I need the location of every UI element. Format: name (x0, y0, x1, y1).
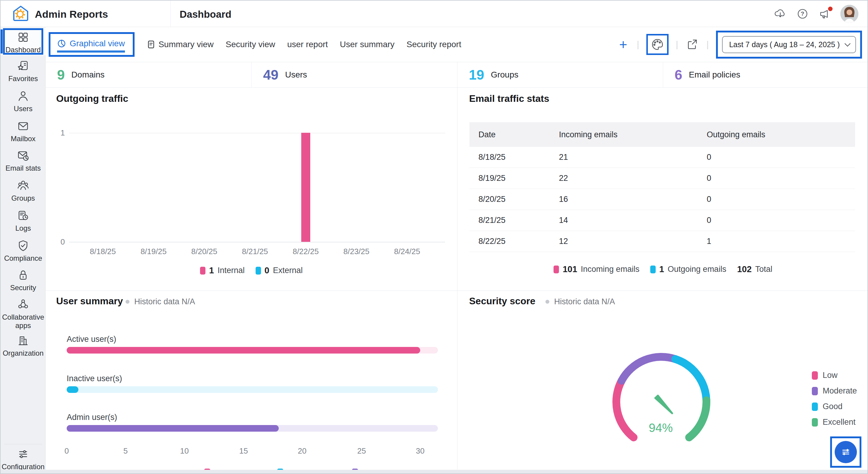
organization-icon (17, 334, 30, 347)
window-bottom-edge (1, 470, 868, 473)
report-tabbar: Graphical view Summary view Security vie… (45, 27, 868, 62)
sidebar-item-label: Dashboard (5, 46, 40, 54)
tab-security-view[interactable]: Security view (225, 40, 275, 49)
date-range-selector[interactable]: Last 7 days ( Aug 18 – 24, 2025 ) (722, 36, 856, 53)
legend-item-excellent: Excellent (812, 417, 857, 427)
sidebar-item-dashboard[interactable]: Dashboard (1, 31, 45, 54)
table-row[interactable]: 8/22/25 12 1 (469, 231, 855, 252)
tab-graphical-view[interactable]: Graphical view (70, 39, 125, 49)
sidebar-item-groups[interactable]: Groups (1, 179, 45, 202)
sidebar-item-users[interactable]: Users (1, 90, 45, 113)
security-score-legend: Low Moderate Good Excellent (812, 371, 857, 427)
tab-summary-view[interactable]: Summary view (147, 40, 214, 49)
sidebar-item-label: Collaborative apps (1, 313, 45, 329)
sidebar-item-organization[interactable]: Organization (1, 334, 45, 357)
legend-swatch (812, 403, 818, 411)
user-avatar[interactable] (840, 5, 858, 23)
table-row[interactable]: 8/18/25 21 0 (469, 147, 855, 168)
legend-item-total: 102 Total (737, 264, 772, 274)
legend-item-internal[interactable]: 1 Internal (200, 265, 245, 276)
sidebar-item-collaborative-apps[interactable]: Collaborative apps (1, 298, 45, 329)
security-score-gauge: 94% (592, 333, 731, 471)
tab-user-report[interactable]: user report (287, 40, 328, 49)
cell-date: 8/19/25 (469, 173, 559, 183)
app-header: Admin Reports Dashboard ? (1, 1, 868, 27)
legend-item-good: Good (812, 402, 857, 411)
annotation-box-palette (646, 34, 669, 55)
stat-email-policies[interactable]: 6 Email policies (663, 62, 868, 87)
email-traffic-table: Date Incoming emails Outgoing emails 8/1… (469, 122, 855, 252)
filter-fab-button[interactable] (835, 441, 857, 463)
stat-label: Domains (71, 70, 104, 80)
column-header-outgoing[interactable]: Outgoing emails (707, 130, 855, 139)
legend-swatch (812, 418, 818, 426)
add-report-button[interactable]: + (617, 37, 629, 51)
status-text: Historic data N/A (134, 297, 195, 306)
column-header-date[interactable]: Date (469, 130, 559, 139)
table-row[interactable]: 8/19/25 22 0 (469, 168, 855, 189)
annotation-box-date-range: Last 7 days ( Aug 18 – 24, 2025 ) (716, 31, 862, 59)
sidebar-item-security[interactable]: Security (1, 268, 45, 292)
logs-icon (17, 209, 30, 222)
sidebar-item-configuration[interactable]: Configuration (1, 448, 45, 471)
tab-label: Security view (225, 40, 275, 49)
sidebar-item-compliance[interactable]: Compliance (1, 239, 45, 262)
share-icon[interactable] (685, 37, 699, 51)
email-stats-icon (17, 149, 30, 162)
pie-chart-icon (57, 39, 66, 48)
bar-8-22[interactable] (301, 133, 310, 242)
sidebar-item-mailbox[interactable]: Mailbox (1, 120, 45, 143)
tab-user-summary[interactable]: User summary (340, 40, 395, 49)
column-header-incoming[interactable]: Incoming emails (559, 130, 707, 139)
stat-groups[interactable]: 19 Groups (457, 62, 663, 87)
x-axis-tick: 8/18/25 (78, 247, 128, 256)
sidebar-item-label: Organization (3, 349, 43, 357)
x-axis-tick: 8/19/25 (128, 247, 179, 256)
table-row[interactable]: 8/21/25 14 0 (469, 210, 855, 231)
cell-incoming: 21 (559, 153, 707, 162)
gauge-segment-good (675, 359, 706, 400)
x-axis-tick: 8/20/25 (179, 247, 230, 256)
cell-outgoing: 0 (707, 173, 855, 183)
admin-reports-app: Admin Reports Dashboard ? (0, 0, 868, 474)
cell-date: 8/21/25 (469, 216, 559, 225)
legend-item-external[interactable]: 0 External (256, 265, 303, 276)
megaphone-icon[interactable] (818, 7, 831, 21)
bar-admin-users[interactable] (67, 425, 279, 432)
cell-date: 8/20/25 (469, 195, 559, 204)
panel-title: Security score (469, 295, 535, 307)
bar-slot (280, 133, 331, 242)
tab-label: Summary view (159, 40, 214, 49)
legend-item-low: Low (812, 371, 857, 380)
sidebar-item-label: Groups (11, 194, 35, 202)
palette-icon[interactable] (651, 37, 664, 51)
cloud-download-icon[interactable] (774, 7, 787, 21)
bar-inactive-users[interactable] (67, 386, 79, 393)
cell-outgoing: 0 (707, 153, 855, 162)
action-divider: | (637, 39, 639, 50)
sidebar-item-label: Favorites (8, 74, 38, 83)
date-range-label: Last 7 days ( Aug 18 – 24, 2025 ) (729, 40, 840, 49)
stat-value: 9 (57, 67, 65, 83)
x-axis-tick: 0 (65, 446, 69, 456)
bar-label-active-users: Active user(s) (67, 335, 116, 344)
legend-item-outgoing: 1 Outgoing emails (650, 264, 726, 274)
sidebar-item-logs[interactable]: Logs (1, 209, 45, 232)
sidebar-item-label: Compliance (4, 254, 42, 262)
stat-domains[interactable]: 9 Domains (45, 62, 251, 87)
legend-swatch (200, 267, 206, 275)
sidebar-item-label: Logs (15, 224, 31, 232)
table-row[interactable]: 8/20/25 16 0 (469, 189, 855, 210)
bar-active-users[interactable] (67, 347, 420, 353)
status-dot (126, 300, 129, 304)
stat-users[interactable]: 49 Users (251, 62, 457, 87)
tab-security-report[interactable]: Security report (407, 40, 461, 49)
panel-title: Outgoing traffic (56, 93, 128, 104)
sidebar-item-favorites[interactable]: Favorites (1, 60, 45, 83)
help-icon[interactable]: ? (796, 7, 809, 21)
app-title: Admin Reports (35, 8, 108, 20)
sidebar-item-email-stats[interactable]: Email stats (1, 149, 45, 172)
annotation-box-graphical-view: Graphical view (49, 32, 134, 57)
groups-icon (17, 179, 30, 192)
cell-incoming: 12 (559, 237, 707, 246)
